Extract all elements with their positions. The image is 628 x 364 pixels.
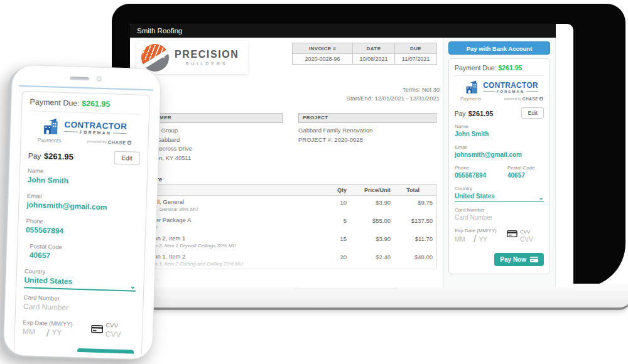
items-table-header: Item Qty Price/Unit Total — [137, 185, 436, 196]
payment-due-amount: $261.95 — [82, 99, 111, 109]
item-total: $48.00 — [391, 253, 436, 267]
edit-button[interactable]: Edit — [521, 107, 544, 119]
payment-due: Payment Due: $261.95 — [455, 64, 544, 76]
invoice-number-header: INVOICE # — [293, 43, 353, 54]
name-label: Name — [455, 124, 544, 129]
payment-card: Payment Due: $261.95 — [448, 58, 550, 274]
exp-mm-input[interactable] — [23, 326, 45, 339]
chase-octagon-icon — [539, 97, 543, 100]
chevron-down-icon: ⌄ — [539, 196, 544, 200]
card-number-input[interactable] — [455, 213, 544, 223]
cf-building-icon — [43, 117, 62, 136]
payment-sidebar: Pay with Bank Account Payment Due: $261.… — [443, 38, 556, 287]
contractor-foreman-logo: CONTRACTOR FOREMAN Payments powered by C… — [37, 117, 132, 146]
phone-speaker — [70, 77, 89, 80]
pay-now-button[interactable]: Pay Now — [494, 253, 544, 266]
cvv-input[interactable] — [520, 235, 544, 245]
invoice-info-table: INVOICE # DATE DUE 2020-0028-96 10/08/20… — [292, 43, 437, 65]
item-name: Backfill, General — [141, 198, 319, 205]
pay-amount: $261.95 — [44, 151, 73, 161]
cvv-label: CVV — [520, 229, 544, 235]
invoice-date-header: DATE — [353, 43, 395, 54]
invoice-number-value: 2020-0028-96 — [293, 54, 353, 65]
cf-logo-line2: FOREMAN — [497, 89, 524, 93]
col-price: Price/Unit — [347, 187, 391, 193]
credit-card-icon — [507, 228, 517, 240]
credit-card-icon — [91, 324, 104, 336]
country-value: United States — [455, 193, 495, 200]
powered-by-label: powered by — [504, 97, 521, 100]
item-qty: 10 — [319, 198, 347, 212]
item-name: Section 1, Item 2 — [141, 253, 319, 260]
pay-now-button[interactable]: Pay Now — [77, 348, 134, 354]
terms-text: Terms: Net 30 — [347, 85, 440, 94]
item-name: Lumber Package A — [141, 217, 319, 223]
terms-block: Terms: Net 30 Start/End: 12/01/2021 - 12… — [347, 85, 440, 103]
table-row: Section 2, Item 1 Section 2, Item 1 Dryw… — [137, 232, 436, 250]
cf-building-icon — [465, 80, 481, 94]
item-price: $3.90 — [347, 198, 391, 212]
phone-input[interactable] — [455, 171, 500, 181]
cvv-input[interactable] — [106, 328, 135, 341]
project-section: PROJECT Gabbard Family Renovation PROJEC… — [298, 113, 436, 163]
exp-date-label: Exp Date (MM/YY) — [455, 228, 506, 233]
item-total: $11.70 — [391, 235, 436, 249]
item-desc: Section 1, Item 2 Cutting and Drilling 2… — [141, 261, 319, 267]
country-select[interactable]: United States ⌄ — [24, 274, 136, 292]
laptop-screen: Smith Roofing PRECISION BUILDERS INVOICE… — [130, 24, 573, 287]
exp-separator: / — [474, 233, 476, 245]
country-label: Country — [455, 186, 544, 191]
name-input[interactable] — [455, 129, 544, 139]
item-price: $3.90 — [347, 235, 391, 249]
item-price: $2.40 — [347, 253, 391, 267]
phone-camera — [97, 77, 102, 82]
item-desc: Backfill, General 30% MU — [141, 206, 319, 212]
phone-screen: Payment Due: $261.95 — [11, 85, 153, 355]
col-qty: Qty — [319, 187, 347, 193]
pay-with-bank-button[interactable]: Pay with Bank Account — [448, 41, 550, 55]
table-row: Section 1, Item 2 Section 1, Item 2 Cutt… — [137, 250, 436, 269]
project-header: PROJECT — [298, 113, 436, 123]
card-number-label: Card Number — [455, 207, 544, 213]
precision-logo-icon — [141, 44, 169, 72]
pay-label: Pay — [28, 151, 41, 161]
edit-button[interactable]: Edit — [114, 151, 140, 165]
name-input[interactable] — [27, 174, 139, 190]
email-input[interactable] — [26, 199, 139, 215]
cvv-label: CVV — [106, 321, 134, 329]
phone-input[interactable] — [26, 224, 138, 240]
pay-label: Pay — [455, 110, 465, 117]
items-table: Item Qty Price/Unit Total Backfill, Gene… — [136, 184, 436, 269]
country-select[interactable]: United States ⌄ — [455, 191, 544, 202]
exp-yy-input[interactable] — [479, 235, 495, 245]
start-end-text: Start/End: 12/01/2021 - 12/31/2021 — [347, 94, 440, 103]
project-line: PROJECT #: 2020-0028 — [298, 136, 436, 145]
payment-due: Payment Due: $261.95 — [30, 97, 142, 115]
cf-payments-label: Payments — [37, 137, 61, 144]
exp-mm-input[interactable] — [455, 235, 471, 245]
pay-amount: $261.95 — [468, 110, 494, 117]
logo-subname: BUILDERS — [186, 62, 228, 66]
laptop-base — [85, 284, 628, 310]
exp-yy-input[interactable] — [51, 327, 73, 340]
payment-due-label: Payment Due: — [455, 64, 497, 72]
item-price: $55.00 — [347, 217, 391, 230]
phone-label: Phone — [455, 165, 500, 171]
postal-code-input[interactable] — [507, 171, 544, 181]
postal-code-input[interactable] — [29, 249, 137, 265]
cf-logo-line1: CONTRACTOR — [483, 81, 538, 89]
invoice-due-header: DUE — [395, 43, 437, 54]
browser-titlebar: Smith Roofing — [130, 24, 556, 38]
contractor-foreman-logo: CONTRACTOR FOREMAN Payments powered by C… — [460, 80, 543, 101]
item-qty: 20 — [319, 253, 347, 267]
page-title: Smith Roofing — [137, 27, 182, 35]
powered-by-label: powered by — [87, 139, 107, 144]
phone-mockup: Payment Due: $261.95 — [3, 64, 161, 360]
item-desc: 1000 sf — [141, 225, 319, 230]
col-item: Item — [137, 187, 319, 193]
item-qty: 5 — [319, 217, 347, 230]
email-label: Email — [455, 144, 544, 150]
email-input[interactable] — [455, 150, 544, 160]
item-desc: Section 2, Item 1 Drywall Ceilings 30% M… — [141, 243, 319, 249]
cf-payments-label: Payments — [460, 96, 481, 102]
